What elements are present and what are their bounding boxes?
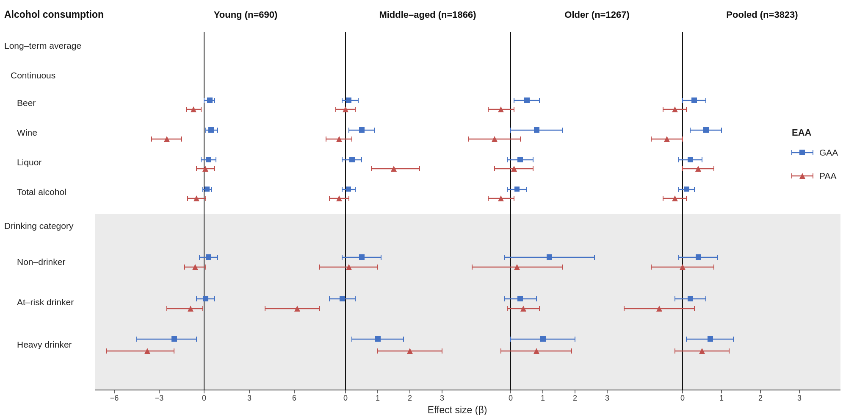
chart-svg: Alcohol consumption Young (n=690) Middle… [0, 0, 868, 415]
p1-beer-gaa [204, 97, 215, 103]
label-total-alcohol: Total alcohol [17, 187, 66, 197]
p2-total-paa [329, 195, 349, 201]
shaded-region [95, 214, 840, 390]
label-drinking-category: Drinking category [4, 221, 74, 231]
tick-2-0: 0 [343, 394, 348, 402]
svg-rect-19 [206, 157, 211, 162]
p3-total-gaa [507, 187, 527, 192]
svg-rect-219 [708, 336, 713, 342]
label-non-drinker: Non–drinker [17, 257, 65, 267]
p4-wine-gaa [690, 127, 721, 133]
label-longterm: Long–term average [4, 41, 81, 50]
p4-wine-paa [651, 136, 683, 142]
svg-rect-139 [514, 187, 520, 192]
svg-rect-203 [696, 254, 701, 260]
p3-wine-paa [469, 136, 520, 142]
legend-title: EAA [792, 127, 812, 138]
tick-3-0: 0 [509, 394, 513, 402]
p2-wine-paa [326, 136, 352, 142]
p1-liquor-paa [196, 166, 215, 172]
p4-total-gaa [679, 187, 694, 192]
p3-liquor-paa [495, 166, 533, 172]
p4-beer-gaa [683, 97, 706, 103]
p3-total-paa [488, 195, 514, 201]
svg-rect-43 [203, 296, 208, 301]
tick-1-6: 6 [292, 394, 296, 402]
svg-rect-51 [171, 336, 177, 342]
svg-rect-163 [540, 336, 546, 342]
label-at-risk: At–risk drinker [17, 297, 74, 307]
svg-rect-59 [346, 97, 351, 103]
p2-beer-paa [336, 106, 355, 112]
svg-rect-83 [346, 187, 351, 192]
svg-rect-115 [524, 97, 530, 103]
p2-beer-gaa [342, 97, 358, 103]
svg-rect-147 [547, 254, 552, 260]
tick-1-3: 3 [247, 394, 252, 402]
p2-liquor-paa [371, 166, 420, 172]
tick-4-2: 2 [758, 394, 763, 402]
p1-beer-paa [186, 106, 201, 112]
svg-rect-3 [207, 97, 213, 103]
tick-4-0: 0 [680, 394, 685, 402]
legend-gaa-marker [799, 150, 805, 155]
col-header-young: Young (n=690) [214, 9, 278, 20]
label-wine: Wine [17, 128, 37, 137]
col-header-pooled: Pooled (n=3823) [726, 9, 798, 20]
svg-rect-91 [359, 254, 365, 260]
p1-wine-paa [152, 136, 182, 142]
svg-rect-179 [703, 127, 709, 133]
col-header-older: Older (n=1267) [564, 9, 629, 20]
label-heavy: Heavy drinker [17, 340, 72, 349]
p3-wine-gaa [511, 127, 562, 133]
p1-liquor-gaa [201, 157, 216, 162]
p1-wine-gaa [206, 127, 218, 133]
p1-total-paa [188, 195, 206, 201]
p3-beer-paa [488, 106, 514, 112]
svg-rect-75 [349, 157, 355, 162]
tick-2-1: 1 [376, 394, 380, 402]
chart-container: Alcohol consumption Young (n=690) Middle… [0, 0, 868, 415]
col-header-middle: Middle–aged (n=1866) [379, 9, 476, 20]
p3-liquor-gaa [507, 157, 533, 162]
tick-3-2: 2 [573, 394, 577, 402]
p2-wine-gaa [349, 127, 374, 133]
svg-rect-11 [208, 127, 214, 133]
label-liquor: Liquor [17, 157, 41, 167]
tick-2-2: 2 [408, 394, 412, 402]
p2-liquor-gaa [342, 157, 362, 162]
y-axis-title: Alcohol consumption [4, 9, 104, 20]
svg-rect-35 [206, 254, 211, 260]
tick-3-3: 3 [605, 394, 609, 402]
p4-liquor-paa [683, 166, 714, 172]
tick-3-1: 1 [541, 394, 545, 402]
svg-rect-187 [688, 157, 693, 162]
p3-beer-gaa [514, 97, 539, 103]
svg-rect-155 [517, 296, 523, 301]
legend-paa-label: PAA [819, 171, 836, 181]
svg-rect-123 [534, 127, 539, 133]
tick-4-1: 1 [719, 394, 724, 402]
label-beer: Beer [17, 98, 36, 108]
svg-rect-195 [684, 187, 689, 192]
svg-rect-211 [688, 296, 693, 301]
tick-1-n6: −6 [110, 394, 119, 402]
tick-2-3: 3 [440, 394, 444, 402]
legend-gaa-label: GAA [819, 148, 838, 157]
svg-rect-131 [517, 157, 523, 162]
svg-rect-67 [359, 127, 365, 133]
tick-1-n3: −3 [155, 394, 164, 402]
svg-rect-99 [340, 296, 345, 301]
tick-1-0: 0 [202, 394, 206, 402]
svg-rect-107 [375, 336, 381, 342]
label-continuous: Continuous [11, 70, 55, 80]
x-axis-title: Effect size (β) [428, 404, 487, 415]
p2-total-gaa [342, 187, 355, 192]
svg-rect-27 [205, 187, 210, 192]
tick-4-3: 3 [797, 394, 802, 402]
svg-rect-171 [691, 97, 697, 103]
